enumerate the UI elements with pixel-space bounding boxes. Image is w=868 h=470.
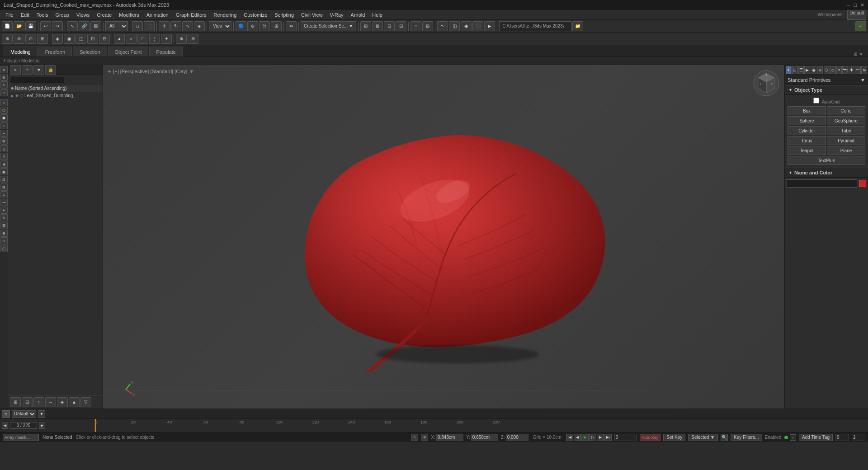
rpanel-create-tab[interactable]: ✦ (786, 66, 792, 74)
save-btn[interactable]: 💾 (25, 21, 36, 31)
align-btn[interactable]: ⊞ (360, 21, 371, 31)
frame-number-input[interactable] (614, 434, 637, 441)
left-icon-23[interactable]: ⊙ (0, 237, 8, 244)
timeline-track[interactable]: 0 20 40 60 80 100 120 140 160 180 200 22… (95, 419, 868, 432)
left-icon-10[interactable]: ⊞ (0, 137, 8, 145)
y-input[interactable] (471, 434, 498, 441)
open-btn[interactable]: 📂 (14, 21, 24, 31)
left-icon-13[interactable]: ◈ (0, 160, 8, 168)
create-selection-btn[interactable]: Create Selection Se... ▼ (301, 21, 356, 31)
obj-btn-torus[interactable]: Torus (788, 136, 826, 145)
play-btn[interactable]: ▶ (581, 434, 589, 441)
left-icon-24[interactable]: ◫ (0, 245, 8, 252)
menu-tools[interactable]: Tools (33, 11, 52, 19)
right-panel-dropdown[interactable]: Standard Primitives ▼ (785, 75, 868, 85)
icon-btn-5[interactable]: ◈ (52, 34, 63, 44)
icon-btn-16[interactable]: ⊕ (188, 34, 198, 44)
left-icon-17[interactable]: ≡ (0, 191, 8, 198)
left-icon-4[interactable]: ? (0, 89, 8, 96)
obj-btn-pyramid[interactable]: Pyramid (827, 136, 865, 145)
left-icon-21[interactable]: ☰ (0, 222, 8, 229)
rpanel-utilities-tab[interactable]: ⊕ (817, 66, 823, 74)
timeline-next-btn[interactable]: ▶ (39, 423, 45, 429)
icon-btn-11[interactable]: ○ (126, 34, 137, 44)
obj-btn-cone[interactable]: Cone (827, 106, 865, 115)
object-type-section-header[interactable]: Object Type (785, 85, 868, 95)
menu-graph-editors[interactable]: Graph Editors (172, 11, 210, 19)
prev-frame-btn[interactable]: ◀ (574, 434, 581, 441)
scene-bt-4[interactable]: ↔ (45, 397, 56, 407)
icon-btn-13[interactable]: ⋮ (149, 34, 160, 44)
name-color-section-header[interactable]: Name and Color (785, 168, 868, 178)
viewport-nav[interactable]: T R L (752, 69, 781, 98)
z-input[interactable] (506, 434, 528, 441)
tab-object-paint[interactable]: Object Paint (108, 47, 149, 56)
menu-rendering[interactable]: Rendering (210, 11, 241, 19)
layer-icon[interactable]: ≡ (2, 410, 10, 418)
render-setup-btn[interactable]: ⬛ (472, 21, 483, 31)
filter-dropdown[interactable]: All (105, 21, 128, 31)
new-btn[interactable]: 📄 (2, 21, 13, 31)
add-time-tag-btn[interactable]: Add Time Tag (799, 434, 833, 441)
move-btn[interactable]: ✛ (159, 21, 170, 31)
layer-arrow[interactable]: ▼ (38, 410, 45, 418)
menu-file[interactable]: File (2, 11, 17, 19)
left-icon-11[interactable]: △ (0, 145, 8, 152)
rpanel-geo-tab[interactable]: ⬡ (824, 66, 830, 74)
scene-bt-7[interactable]: ▽ (80, 397, 91, 407)
approved-btn[interactable]: ✓ (855, 21, 866, 31)
obj-btn-box[interactable]: Box (788, 106, 826, 115)
link-btn[interactable]: 🔗 (79, 21, 90, 31)
align2-btn[interactable]: ⊠ (372, 21, 383, 31)
left-icon-18[interactable]: 〜 (0, 199, 8, 206)
viewport[interactable]: + [+] [Perspective] [Standard] [Clay] ▼ (103, 65, 784, 409)
menu-animation[interactable]: Animation (143, 11, 172, 19)
menu-modifiers[interactable]: Modifiers (115, 11, 143, 19)
icon-btn-4[interactable]: ⊞ (37, 34, 48, 44)
left-icon-7[interactable]: ⬢ (0, 114, 8, 122)
search-icon[interactable]: 🔍 (721, 434, 728, 441)
obj-btn-tube[interactable]: Tube (827, 126, 865, 135)
menu-help[interactable]: Help (368, 11, 386, 19)
tab-freeform[interactable]: Freeform (38, 47, 72, 56)
left-icon-9[interactable]: ↔ (0, 130, 8, 137)
icon-btn-7[interactable]: ◫ (75, 34, 86, 44)
play-sel-btn[interactable]: ▷ (589, 434, 596, 441)
obj-btn-cylinder[interactable]: Cylinder (788, 126, 826, 135)
total-frames-input[interactable] (852, 434, 865, 441)
left-icon-19[interactable]: ✦ (0, 207, 8, 214)
left-icon-8[interactable]: ↕ (0, 122, 8, 129)
autokey-btn[interactable]: Auto Key (640, 434, 661, 441)
left-icon-6[interactable]: ⬡ (0, 107, 8, 114)
menu-group[interactable]: Group (52, 11, 73, 19)
obj-btn-plane[interactable]: Plane (827, 146, 865, 155)
scale-btn[interactable]: ⤡ (182, 21, 193, 31)
menu-arnold[interactable]: Arnold (347, 11, 369, 19)
icon-btn-12[interactable]: □ (137, 34, 148, 44)
menu-vray[interactable]: V-Ray (326, 11, 347, 19)
scene-bt-3[interactable]: ↕ (33, 397, 44, 407)
rotate-btn[interactable]: ↻ (170, 21, 181, 31)
icon-btn-9[interactable]: ⊟ (99, 34, 110, 44)
icon-btn-8[interactable]: ⊡ (87, 34, 98, 44)
icon-btn-1[interactable]: ⊕ (2, 34, 13, 44)
rpanel-camera-tab[interactable]: 📷 (842, 66, 848, 74)
rpanel-hierarchy-tab[interactable]: ☰ (798, 66, 804, 74)
enabled-toggle[interactable]: ○ (790, 434, 796, 441)
rpanel-motion-tab[interactable]: ▶ (804, 66, 810, 74)
tab-selection[interactable]: Selection (73, 47, 107, 56)
left-icon-16[interactable]: ⊟ (0, 183, 8, 191)
goto-start-btn[interactable]: |◀ (566, 434, 573, 441)
tab-options-icon[interactable]: ⊞ (854, 52, 857, 56)
scene-bt-2[interactable]: ⊟ (22, 397, 33, 407)
tab-close-icon[interactable]: ✕ (859, 52, 863, 56)
rpanel-shape-tab[interactable]: ◇ (830, 66, 836, 74)
render-frame-btn[interactable]: ▶ (484, 21, 495, 31)
layers2-btn[interactable]: ⊞ (422, 21, 433, 31)
browse-btn[interactable]: 📁 (572, 21, 583, 31)
left-icon-2[interactable]: ⊗ (0, 74, 8, 81)
left-icon-3[interactable]: ↖ (0, 81, 8, 89)
left-icon-20[interactable]: ✎ (0, 214, 8, 221)
obj-btn-textplus[interactable]: TextPlus (788, 156, 865, 165)
icon-btn-3[interactable]: ⊙ (25, 34, 36, 44)
